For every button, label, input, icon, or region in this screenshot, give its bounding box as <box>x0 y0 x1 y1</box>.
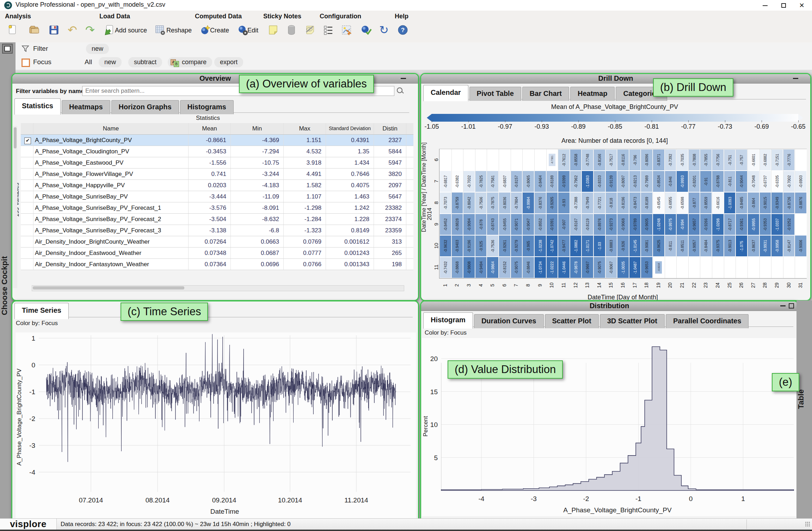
window-minimize-button[interactable] <box>757 0 773 11</box>
calendar-cell-month10-day4[interactable]: -0.925 <box>475 236 487 256</box>
calendar-cell-month10-day16[interactable]: -0.926 <box>617 236 629 256</box>
calendar-cell-month10-day22[interactable]: -0.9057 <box>689 236 700 256</box>
calendar-cell-month7-day25[interactable]: -0.811 <box>724 171 736 192</box>
calendar-cell-month10-day9[interactable]: -1.0238 <box>535 236 546 256</box>
focus-subtract-button[interactable]: subtract <box>128 57 162 67</box>
tab-heatmap[interactable]: Heatmap <box>570 87 615 101</box>
calendar-cell-month6-day21[interactable]: -0.7035 <box>677 149 688 170</box>
calendar-cell-month7-day23[interactable]: -0.91 <box>700 171 712 192</box>
calendar-cell-month6-day28[interactable]: -0.6882 <box>760 149 771 170</box>
calendar-cell-month9-day25[interactable]: -0.8717 <box>724 214 736 235</box>
resize-grip[interactable] <box>805 521 811 527</box>
calendar-cell-month8-day1[interactable]: -0.7073 <box>440 193 451 213</box>
calendar-cell-month9-day11[interactable]: -0.907 <box>558 214 570 235</box>
table-row[interactable]: A_Phase_Voltage_Cloudington_PV-0.3453-7.… <box>21 146 413 157</box>
filter-new-button[interactable]: new <box>86 44 109 54</box>
calendar-cell-month9-day5[interactable]: -0.8743 <box>487 214 498 235</box>
calendar-cell-month6-day19[interactable]: -0.8371 <box>653 149 664 170</box>
calendar-cell-month9-day13[interactable]: -0.8119 <box>582 214 593 235</box>
calendar-cell-month8-day11[interactable]: -0.93 <box>558 193 570 213</box>
drilldown-minimize-icon[interactable] <box>793 78 798 79</box>
calendar-cell-month10-day6[interactable]: -0.9261 <box>499 236 510 256</box>
calendar-cell-month9-day3[interactable]: -0.9094 <box>463 214 475 235</box>
calendar-cell-month9-day24[interactable]: -1.0298 <box>712 214 724 235</box>
tab-histogram[interactable]: Histogram <box>423 312 473 329</box>
overview-horizontal-scrollbar[interactable] <box>32 285 404 291</box>
timeseries-chart[interactable]: 10-1-2-3-407.201408.201409.201410.201411… <box>16 332 416 519</box>
calendar-cell-month10-day15[interactable]: -0.8883 <box>606 236 617 256</box>
calendar-cell-month10-day13[interactable]: -1.0171 <box>582 236 593 256</box>
calendar-cell-month9-day22[interactable]: -0.9657 <box>689 214 700 235</box>
focus-compare-button[interactable]: A B compare <box>168 57 212 67</box>
calendar-cell-month9-day29[interactable]: -1.0337 <box>771 214 783 235</box>
column-header-Mean[interactable]: Mean <box>189 123 231 134</box>
menu-sticky-notes[interactable]: Sticky Notes <box>263 13 301 20</box>
calendar-cell-month9-day16[interactable]: -0.9068 <box>617 214 629 235</box>
tab-pivot-table[interactable]: Pivot Table <box>469 87 521 101</box>
calendar-cell-month10-day14[interactable]: -1.03 <box>594 236 605 256</box>
calendar-cell-month9-day26[interactable]: -0.9361 <box>736 214 747 235</box>
calendar-cell-month8-day14[interactable]: -0.7721 <box>594 193 605 213</box>
calendar-cell-month6-day27[interactable]: -0.6601 <box>748 149 759 170</box>
focus-new-button[interactable]: new <box>99 57 122 67</box>
calendar-cell-month9-day19[interactable]: -1.0248 <box>653 214 664 235</box>
tab-bar-chart[interactable]: Bar Chart <box>522 87 569 101</box>
calendar-cell-month8-day29[interactable]: -0.9349 <box>771 193 783 213</box>
calendar-cell-month8-day10[interactable]: -0.9265 <box>547 193 558 213</box>
menu-analysis[interactable]: Analysis <box>5 13 31 20</box>
delete-note-icon[interactable] <box>285 24 300 38</box>
calendar-cell-month7-day6[interactable]: -0.6837 <box>499 171 510 192</box>
reshape-button[interactable]: Reshape <box>166 27 192 34</box>
calendar-cell-month9-day10[interactable]: -0.9391 <box>547 214 558 235</box>
calendar-cell-month7-day21[interactable]: -0.9993 <box>677 171 688 192</box>
calendar-cell-month7-day2[interactable]: -0.6382 <box>452 171 463 192</box>
calendar-cell-month8-day22[interactable]: -0.877 <box>689 193 700 213</box>
colorbar-left-arrow-icon[interactable] <box>427 114 432 122</box>
calendar-cell-month9-day30[interactable]: -0.9252 <box>783 214 795 235</box>
calendar-cell-month10-day24[interactable]: -0.9375 <box>712 236 724 256</box>
calendar-cell-month11-day10[interactable]: -1.0222 <box>547 257 558 278</box>
calendar-cell-month6-day16[interactable]: -0.8116 <box>617 149 629 170</box>
calendar-cell-month7-day22[interactable]: -0.8201 <box>689 171 700 192</box>
cockpit-window-icon[interactable] <box>2 44 13 54</box>
table-row[interactable]: ✔A_Phase_Voltage_BrightCounty_PV-0.8661-… <box>21 135 413 146</box>
calendar-cell-month7-day12[interactable]: -0.7962 <box>570 171 582 192</box>
table-row[interactable]: A_Phase_Voltage_SunriseBay_PV_Forecast_3… <box>21 225 413 236</box>
calendar-cell-month6-day25[interactable]: -0.751 <box>724 149 736 170</box>
calendar-cell-month7-day30[interactable]: -0.7002 <box>783 171 795 192</box>
tab-scatter-plot[interactable]: Scatter Plot <box>545 314 599 328</box>
overview-vertical-scrollbar[interactable] <box>13 126 17 288</box>
calendar-cell-month11-day14[interactable]: -0.9075 <box>594 257 605 278</box>
tab-horizon-graphs[interactable]: Horizon Graphs <box>111 100 179 114</box>
calendar-cell-month10-day29[interactable]: -0.9958 <box>771 236 783 256</box>
colorbar-right-arrow-icon[interactable] <box>798 114 803 122</box>
calendar-cell-month9-day23[interactable]: -0.9266 <box>700 214 712 235</box>
table-row[interactable]: Air_Density_Indoor_BrightCounty_Weather0… <box>21 236 413 248</box>
calendar-cell-month11-day17[interactable]: -1.0487 <box>629 257 641 278</box>
table-row[interactable]: A_Phase_Voltage_SunriseBay_PV_Forecast_2… <box>21 214 413 225</box>
calendar-cell-month9-day12[interactable]: -0.8167 <box>570 214 582 235</box>
tab-calendar[interactable]: Calendar <box>423 85 468 101</box>
calendar-cell-month8-day28[interactable]: -0.9015 <box>760 193 771 213</box>
calendar-cell-month10-day30[interactable]: -0.8147 <box>783 236 795 256</box>
calendar-cell-month10-day17[interactable]: -1.0145 <box>629 236 641 256</box>
search-icon[interactable] <box>396 87 404 94</box>
column-header-Max[interactable]: Max <box>284 123 326 134</box>
calendar-cell-month9-day27[interactable]: -0.9955 <box>748 214 759 235</box>
menu-configuration[interactable]: Configuration <box>320 13 361 20</box>
focus-all-label[interactable]: All <box>85 58 92 66</box>
calendar-cell-month10-day26[interactable]: -1.075 <box>736 236 747 256</box>
calendar-cell-month8-day30[interactable]: -0.8726 <box>783 193 795 213</box>
calendar-cell-month6-day17[interactable]: -0.796 <box>629 149 641 170</box>
calendar-cell-month9-day21[interactable]: -0.994 <box>677 214 688 235</box>
calendar-cell-month8-day27[interactable]: -0.864 <box>748 193 759 213</box>
calendar-cell-month7-day19[interactable]: -0.8534 <box>653 171 664 192</box>
redo-icon[interactable]: ↷ <box>85 24 99 38</box>
calendar-cell-month7-day26[interactable]: -0.9044 <box>736 171 747 192</box>
window-maximize-button[interactable] <box>775 0 792 11</box>
tab-statistics[interactable]: Statistics <box>14 98 61 115</box>
distribution-maximize-icon[interactable] <box>789 303 794 309</box>
calendar-cell-month10-day7[interactable]: -0.9279 <box>511 236 522 256</box>
column-header-Min[interactable]: Min <box>231 123 284 134</box>
calendar-cell-month6-day11[interactable]: -0.7612 <box>558 149 570 170</box>
